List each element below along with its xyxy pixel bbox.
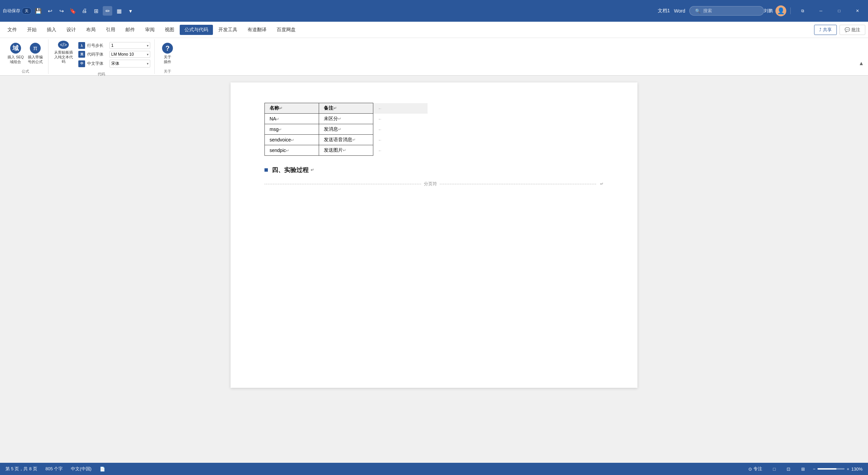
web-view-button[interactable]: ⊡ bbox=[784, 466, 793, 473]
print-preview-icon[interactable]: 🖨 bbox=[80, 6, 89, 16]
web-view-icon: ⊡ bbox=[787, 467, 790, 472]
empty-page-content bbox=[264, 194, 604, 329]
page-info: 第 5 页，共 8 页 bbox=[5, 466, 37, 472]
toolbar-formula-content: 域 插入 SEQ域组合 π 插入带编号的公式 bbox=[7, 39, 44, 68]
autosave-toggle-button[interactable]: 关 bbox=[22, 7, 32, 15]
cn-icon: 中 bbox=[78, 60, 85, 67]
undo-icon[interactable]: ↩ bbox=[45, 6, 55, 16]
toolbar-about-content: ? 关于插件 bbox=[159, 39, 176, 68]
zoom-plus-button[interactable]: + bbox=[847, 467, 849, 472]
focus-mode-button[interactable]: ⊙ 专注 bbox=[746, 465, 765, 473]
menu-insert[interactable]: 插入 bbox=[42, 25, 61, 35]
menu-references[interactable]: 引用 bbox=[101, 25, 120, 35]
line-step-arrow: ▾ bbox=[147, 44, 149, 48]
title-bar: 自动保存 关 💾 ↩ ↪ 🔖 🖨 ⊞ ✏ ▦ ▾ 文档1 Word 🔍 搜索 刘… bbox=[0, 0, 868, 22]
line-step-select[interactable]: 1 ▾ bbox=[110, 42, 150, 49]
pen-icon[interactable]: ✏ bbox=[103, 6, 112, 16]
page-break: 分页符 ↵ bbox=[264, 181, 604, 187]
formula-group-label: 公式 bbox=[22, 69, 29, 74]
search-box[interactable]: 🔍 搜索 bbox=[689, 6, 764, 16]
en-font-select[interactable]: LM Mono 10 ▾ bbox=[110, 51, 150, 58]
zoom-controls: − + 130% bbox=[813, 467, 863, 472]
title-center: 文档1 Word 🔍 搜索 bbox=[658, 6, 764, 16]
document-page: 名称↵ 备注↵ ← NA↵ 未区分↵ ← msg↵ 发消息↵ ← sendvoi… bbox=[231, 82, 637, 388]
focus-label: 专注 bbox=[753, 466, 762, 472]
comment-button[interactable]: 💬 批注 bbox=[840, 25, 865, 35]
zoom-slider[interactable] bbox=[817, 468, 845, 470]
table-row: sendvoice↵ 发送语音消息↵ ← bbox=[265, 135, 428, 145]
menu-mailings[interactable]: 邮件 bbox=[121, 25, 140, 35]
menu-developer[interactable]: 开发工具 bbox=[214, 25, 242, 35]
title-bar-right: 刘鹏 👤 ⧉ ─ □ ✕ bbox=[764, 5, 865, 16]
restore-down-button[interactable]: ⧉ bbox=[795, 5, 810, 16]
toolbar-code-content: </> 从剪贴板插入纯文本代码 λ 行号步长 1 ▾ bbox=[53, 39, 150, 70]
menu-layout[interactable]: 布局 bbox=[81, 25, 100, 35]
minimize-button[interactable]: ─ bbox=[813, 5, 829, 16]
cn-font-select[interactable]: 宋体 ▾ bbox=[110, 60, 150, 68]
paste-icon: </> bbox=[58, 41, 69, 49]
paste-plain-button[interactable]: </> 从剪贴板插入纯文本代码 bbox=[53, 41, 74, 64]
table-cell-sendpic: sendpic↵ bbox=[265, 145, 319, 156]
about-plugin-button[interactable]: ? 关于插件 bbox=[159, 42, 176, 65]
table-row: sendpic↵ 发送图片↵ ← bbox=[265, 145, 428, 156]
cn-font-row: 中 中文字体 宋体 ▾ bbox=[78, 60, 150, 68]
save-icon[interactable]: 💾 bbox=[34, 6, 43, 16]
page-break-label: 分页符 bbox=[424, 181, 437, 187]
menu-home[interactable]: 开始 bbox=[22, 25, 41, 35]
insert-domain-button[interactable]: 域 插入 SEQ域组合 bbox=[7, 42, 24, 65]
print-view-icon: □ bbox=[773, 467, 776, 472]
en-font-label: 代码字体 bbox=[87, 52, 107, 57]
menu-youdao[interactable]: 有道翻译 bbox=[243, 25, 271, 35]
cn-font-arrow: ▾ bbox=[147, 62, 149, 65]
menu-baidu[interactable]: 百度网盘 bbox=[272, 25, 300, 35]
menu-formula-code[interactable]: 公式与代码 bbox=[180, 25, 213, 35]
table-row: msg↵ 发消息↵ ← bbox=[265, 124, 428, 135]
table-header-extra: ← bbox=[373, 103, 428, 114]
section-4-text: 四、实验过程 bbox=[272, 166, 309, 174]
table-cell-sendvoice-note: 发送语音消息↵ bbox=[319, 135, 373, 145]
line-step-label: 行号步长 bbox=[87, 43, 107, 49]
maximize-button[interactable]: □ bbox=[831, 5, 847, 16]
user-name: 刘鹏 bbox=[764, 8, 773, 14]
table-cell-msg: msg↵ bbox=[265, 124, 319, 135]
comment-icon: 💬 bbox=[845, 27, 850, 32]
table-icon[interactable]: ⊞ bbox=[91, 6, 101, 16]
menu-view[interactable]: 视图 bbox=[160, 25, 179, 35]
autosave-section: 自动保存 关 bbox=[3, 7, 32, 15]
table-row: NA↵ 未区分↵ ← bbox=[265, 114, 428, 124]
read-view-button[interactable]: ⊞ bbox=[798, 466, 808, 473]
zoom-minus-button[interactable]: − bbox=[813, 467, 816, 472]
table-cell-na: NA↵ bbox=[265, 114, 319, 124]
dropdown-icon[interactable]: ▾ bbox=[126, 6, 135, 16]
ribbon: 文件 开始 插入 设计 布局 引用 邮件 审阅 视图 公式与代码 开发工具 有道… bbox=[0, 22, 868, 76]
table-cell-na-note: 未区分↵ bbox=[319, 114, 373, 124]
redo-icon[interactable]: ↪ bbox=[57, 6, 66, 16]
page-break-dots-left bbox=[264, 184, 421, 184]
search-icon: 🔍 bbox=[695, 8, 701, 14]
print-view-button[interactable]: □ bbox=[770, 466, 778, 473]
ribbon-collapse-button[interactable]: ▲ bbox=[859, 60, 864, 66]
insert-formula-button[interactable]: π 插入带编号的公式 bbox=[26, 42, 44, 65]
close-button[interactable]: ✕ bbox=[850, 5, 865, 16]
en-font-arrow: ▾ bbox=[147, 53, 149, 56]
table-cell-msg-note: 发消息↵ bbox=[319, 124, 373, 135]
menu-file[interactable]: 文件 bbox=[3, 25, 22, 35]
search-placeholder: 搜索 bbox=[703, 8, 712, 14]
section-4-heading: 四、实验过程 ↵ bbox=[264, 166, 604, 174]
line-step-row: λ 行号步长 1 ▾ bbox=[78, 42, 150, 49]
menu-review[interactable]: 审阅 bbox=[140, 25, 159, 35]
question-icon: ? bbox=[162, 43, 173, 54]
doc-format-icon: 📄 bbox=[100, 467, 105, 472]
focus-icon: ⊙ bbox=[748, 467, 752, 472]
bookmark-icon[interactable]: 🔖 bbox=[68, 6, 78, 16]
document-content[interactable]: 名称↵ 备注↵ ← NA↵ 未区分↵ ← msg↵ 发消息↵ ← sendvoi… bbox=[0, 76, 868, 463]
share-button[interactable]: ⤴ 共享 bbox=[814, 25, 837, 35]
grid-icon[interactable]: ▦ bbox=[114, 6, 124, 16]
code-settings: λ 行号步长 1 ▾ 英 代码字体 LM Mono 10 ▾ bbox=[78, 41, 150, 69]
menu-design[interactable]: 设计 bbox=[62, 25, 81, 35]
toolbar: 域 插入 SEQ域组合 π 插入带编号的公式 公式 </> bbox=[0, 38, 868, 75]
status-bar-right: ⊙ 专注 □ ⊡ ⊞ − + 130% bbox=[746, 465, 863, 473]
toolbar-formula-group: 域 插入 SEQ域组合 π 插入带编号的公式 公式 bbox=[3, 39, 48, 74]
user-avatar[interactable]: 👤 bbox=[775, 5, 786, 16]
status-bar: 第 5 页，共 8 页 805 个字 中文(中国) 📄 ⊙ 专注 □ ⊡ ⊞ −… bbox=[0, 463, 868, 475]
